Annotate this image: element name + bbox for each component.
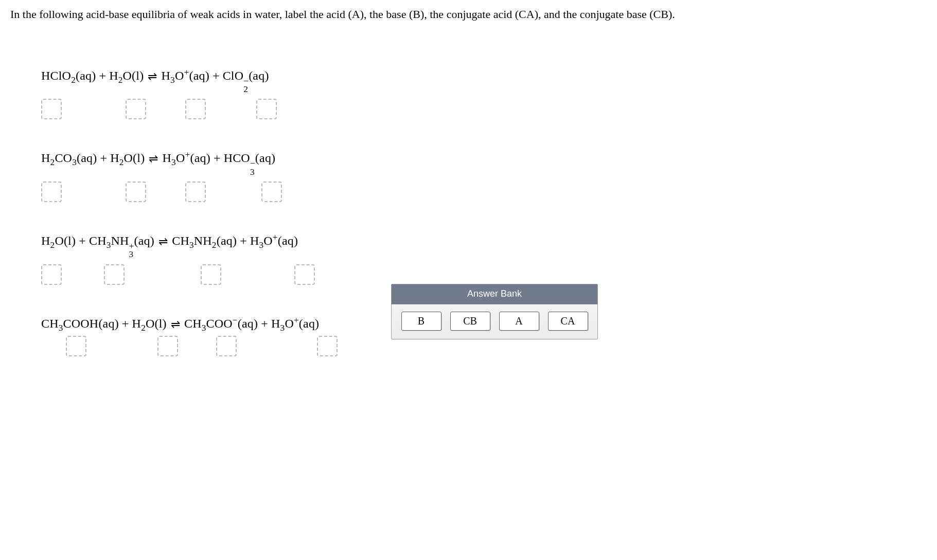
plus-sign: +	[96, 69, 109, 82]
equilibrium-arrow-icon: ⇌	[154, 235, 172, 248]
drop-target[interactable]	[256, 99, 277, 119]
species: CH3NH+3(aq)	[89, 234, 154, 259]
equation: HClO2(aq)+H2O(l)⇌H3O+(aq)+ClO−2(aq)	[41, 69, 927, 94]
equation: H2CO3(aq)+H2O(l)⇌H3O+(aq)+HCO−3(aq)	[41, 151, 927, 176]
drop-target[interactable]	[216, 336, 237, 356]
species: H3O+(aq)	[250, 234, 298, 248]
drop-target[interactable]	[317, 336, 338, 356]
drop-target[interactable]	[41, 264, 62, 285]
species: ClO−2(aq)	[223, 69, 269, 94]
species: HCO−3(aq)	[224, 151, 276, 176]
species: H2CO3(aq)	[41, 151, 97, 165]
drop-target[interactable]	[41, 182, 62, 202]
species: H3O+(aq)	[163, 151, 210, 165]
species: H2O(l)	[132, 317, 167, 331]
plus-sign: +	[209, 69, 223, 82]
drop-row	[41, 182, 927, 204]
species: H2O(l)	[110, 151, 145, 165]
species: H2O(l)	[41, 234, 76, 248]
drop-target[interactable]	[66, 336, 86, 356]
answer-tile-a[interactable]: A	[499, 312, 539, 331]
drop-target[interactable]	[201, 264, 221, 285]
species: CH3COO−(aq)	[184, 317, 258, 331]
species: H3O+(aq)	[271, 317, 319, 331]
question-prompt: In the following acid-base equilibria of…	[10, 6, 927, 23]
drop-row	[41, 99, 927, 121]
drop-target[interactable]	[261, 182, 282, 202]
species: CH3NH2(aq)	[172, 234, 237, 248]
drop-target[interactable]	[157, 336, 178, 356]
equation: H2O(l)+CH3NH+3(aq)⇌CH3NH2(aq)+H3O+(aq)	[41, 234, 927, 259]
answer-tile-cb[interactable]: CB	[450, 312, 490, 331]
plus-sign: +	[210, 151, 224, 165]
plus-sign: +	[76, 234, 89, 247]
drop-target[interactable]	[41, 99, 62, 119]
answer-tile-b[interactable]: B	[401, 312, 441, 331]
equilibrium-arrow-icon: ⇌	[167, 318, 184, 331]
plus-sign: +	[97, 151, 110, 165]
plus-sign: +	[258, 317, 271, 330]
species: HClO2(aq)	[41, 69, 96, 83]
answer-bank-body: BCBACA	[392, 304, 597, 339]
answer-tile-ca[interactable]: CA	[548, 312, 588, 331]
drop-target[interactable]	[126, 182, 146, 202]
equation-block: HClO2(aq)+H2O(l)⇌H3O+(aq)+ClO−2(aq)	[41, 69, 927, 122]
plus-sign: +	[237, 234, 250, 247]
equation-block: H2O(l)+CH3NH+3(aq)⇌CH3NH2(aq)+H3O+(aq)	[41, 234, 927, 287]
equilibrium-arrow-icon: ⇌	[144, 70, 161, 83]
drop-target[interactable]	[185, 182, 206, 202]
plus-sign: +	[119, 317, 132, 330]
drop-target[interactable]	[126, 99, 146, 119]
answer-bank-title: Answer Bank	[392, 284, 597, 304]
equilibrium-arrow-icon: ⇌	[145, 152, 162, 166]
species: H2O(l)	[109, 69, 144, 83]
drop-target[interactable]	[104, 264, 125, 285]
answer-bank: Answer Bank BCBACA	[391, 284, 598, 339]
species: H3O+(aq)	[162, 69, 209, 83]
drop-target[interactable]	[294, 264, 315, 285]
drop-target[interactable]	[185, 99, 206, 119]
species: CH3COOH(aq)	[41, 317, 119, 331]
equation-block: H2CO3(aq)+H2O(l)⇌H3O+(aq)+HCO−3(aq)	[41, 151, 927, 204]
